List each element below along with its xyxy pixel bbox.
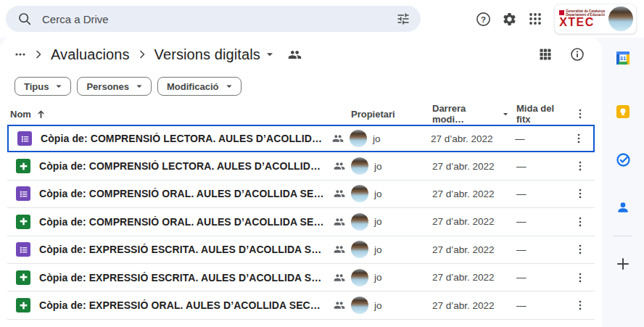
shared-people-icon (332, 133, 344, 144)
search-options-icon[interactable] (396, 12, 410, 26)
file-name: Còpia de: COMPRENSIÓ LECTORA. AULES D’AC… (39, 160, 325, 172)
modified-date: 27 d’abr. 2022 (426, 272, 511, 283)
owner-avatar (351, 297, 368, 314)
chevron-down-icon (263, 48, 276, 61)
grid-view-toggle-icon[interactable] (535, 44, 556, 65)
folder-shared-people-icon[interactable] (288, 48, 302, 62)
filter-chip-persones[interactable]: Persones (77, 77, 152, 96)
drive-main-panel: Avaluacions Versions digitals (0, 38, 602, 327)
file-row[interactable]: Còpia de: EXPRESSIÓ ESCRITA. AULES D’ACO… (7, 236, 595, 264)
shared-people-icon (334, 188, 345, 199)
svg-text:31: 31 (620, 55, 627, 62)
file-table-header: Nom Propietari Darrera modi… Mida del fi… (7, 103, 595, 125)
row-more-options-icon[interactable] (571, 213, 589, 231)
breadcrumb-item-versions-digitals[interactable]: Versions digitals (150, 44, 281, 66)
search-bar[interactable]: Cerca a Drive (6, 6, 421, 32)
owner-avatar (350, 130, 367, 147)
filter-chip-modificacio[interactable]: Modificació (157, 77, 242, 96)
column-header-mida[interactable]: Mida del fitx (511, 103, 566, 125)
owner-name: jo (374, 272, 382, 283)
owner-name: jo (374, 216, 382, 227)
file-name: Còpia de: EXPRESSIÓ ESCRITA. AULES D’ACO… (39, 272, 325, 283)
modified-date: 27 d’abr. 2022 (426, 300, 511, 311)
file-row[interactable]: Còpia de: EXPRESSIÓ ESCRITA. AULES D’ACO… (7, 264, 595, 291)
search-input[interactable]: Cerca a Drive (42, 13, 396, 25)
keep-notes-icon[interactable] (614, 103, 632, 120)
row-more-options-icon[interactable] (570, 130, 587, 147)
file-row[interactable]: Còpia de: COMPRENSIÓ ORAL. AULES D’ACOLL… (7, 208, 595, 236)
chevron-down-icon (223, 80, 235, 92)
tasks-icon[interactable] (614, 151, 632, 168)
chevron-right-icon (32, 48, 45, 61)
file-row[interactable]: Còpia de: COMPRENSIÓ LECTORA. AULES D’AC… (7, 152, 595, 180)
get-addons-plus-icon[interactable] (614, 255, 632, 273)
row-more-options-icon[interactable] (571, 185, 589, 202)
file-size: — (511, 161, 566, 172)
owner-name: jo (374, 161, 382, 172)
owner-avatar (351, 185, 368, 202)
google-forms-file-icon (16, 242, 30, 257)
google-apps-grid-icon[interactable] (525, 9, 545, 29)
google-forms-file-icon (17, 131, 32, 146)
sort-ascending-icon[interactable] (36, 109, 46, 120)
column-header-nom[interactable]: Nom (7, 109, 345, 120)
help-button[interactable]: ? (473, 9, 493, 29)
owner-avatar (351, 269, 368, 286)
info-icon[interactable] (567, 44, 587, 65)
chevron-down-icon (133, 80, 145, 92)
xtec-account-logo: Generalitat de Catalunya Departament d’E… (554, 4, 637, 34)
row-more-options-icon[interactable] (571, 241, 589, 258)
file-row[interactable]: Còpia de: COMPRENSIÓ LECTORA. AULES D’AC… (7, 125, 595, 152)
breadcrumb-item-avaluacions[interactable]: Avaluacions (46, 44, 134, 66)
column-header-propietari[interactable]: Propietari (345, 109, 426, 120)
google-forms-file-icon (16, 186, 30, 201)
owner-avatar (351, 241, 368, 258)
file-name: Còpia de: EXPRESSIÓ ORAL. AULES D’ACOLLI… (39, 299, 325, 311)
google-sheets-file-icon (16, 215, 30, 229)
modified-date: 27 d’abr. 2022 (425, 133, 509, 144)
file-size: — (509, 133, 564, 144)
modified-date: 27 d’abr. 2022 (426, 244, 511, 255)
shared-people-icon (334, 216, 345, 228)
shared-people-icon (334, 160, 345, 172)
top-bar: Cerca a Drive ? Generalitat de Catalunya… (0, 0, 644, 38)
shared-people-icon (334, 272, 345, 283)
row-more-options-icon[interactable] (571, 157, 589, 175)
rail-divider (614, 236, 632, 236)
user-avatar[interactable] (608, 7, 633, 31)
owner-name: jo (374, 300, 382, 311)
chevron-down-icon (500, 109, 511, 120)
google-sheets-file-icon (16, 159, 30, 173)
row-more-options-icon[interactable] (571, 269, 589, 286)
shared-people-icon (334, 244, 345, 255)
xtec-brand: XTEC (559, 17, 605, 28)
modified-date: 27 d’abr. 2022 (426, 216, 511, 227)
file-size: — (511, 216, 566, 227)
google-sheets-file-icon (16, 270, 30, 285)
row-more-options-icon[interactable] (571, 297, 589, 314)
file-size: — (511, 244, 566, 255)
file-row[interactable]: Còpia de: EXPRESSIÓ ORAL. AULES D’ACOLLI… (7, 291, 595, 319)
file-row[interactable]: Còpia de: COMPRENSIÓ ORAL. AULES D’ACOLL… (7, 181, 595, 208)
modified-date: 27 d’abr. 2022 (426, 161, 511, 172)
owner-name: jo (374, 189, 382, 199)
filter-chip-tipus[interactable]: Tipus (15, 77, 71, 96)
file-size: — (511, 189, 566, 199)
modified-date: 27 d’abr. 2022 (426, 189, 511, 199)
google-sheets-file-icon (16, 298, 30, 312)
file-name: Còpia de: COMPRENSIÓ LECTORA. AULES D’AC… (41, 133, 323, 144)
column-header-darrera-modificacio[interactable]: Darrera modi… (426, 103, 511, 125)
owner-avatar (351, 213, 368, 231)
contacts-icon[interactable] (614, 199, 632, 216)
file-size: — (511, 272, 566, 283)
file-name: Còpia de: COMPRENSIÓ ORAL. AULES D’ACOLL… (39, 188, 325, 199)
header-more-options-icon[interactable] (572, 106, 588, 122)
file-name: Còpia de: COMPRENSIÓ ORAL. AULES D’ACOLL… (39, 216, 325, 228)
search-icon[interactable] (17, 12, 32, 26)
settings-gear-icon[interactable] (499, 9, 519, 29)
file-size: — (511, 300, 566, 311)
side-panel-rail: 31 (602, 38, 644, 327)
calendar-icon[interactable]: 31 (614, 49, 632, 67)
breadcrumb-more-icon[interactable] (10, 44, 30, 65)
file-name: Còpia de: EXPRESSIÓ ESCRITA. AULES D’ACO… (39, 244, 325, 255)
